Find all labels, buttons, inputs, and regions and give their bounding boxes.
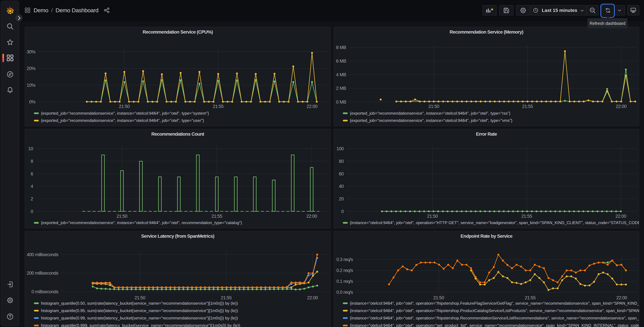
svg-text:21:50: 21:50: [117, 214, 128, 219]
svg-text:0 milliseconds: 0 milliseconds: [32, 289, 58, 294]
svg-text:80: 80: [339, 159, 344, 164]
svg-text:{exported_job="recommendations: {exported_job="recommendationservice", i…: [41, 118, 204, 123]
svg-text:21:55: 21:55: [521, 214, 532, 219]
svg-text:22:00: 22:00: [616, 214, 626, 219]
svg-text:8 MB: 8 MB: [336, 45, 346, 50]
svg-text:21:50: 21:50: [134, 295, 145, 300]
svg-text:22:00: 22:00: [306, 214, 317, 219]
svg-text:21:50: 21:50: [428, 104, 439, 109]
svg-text:{instance="otelcol:9464", job=: {instance="otelcol:9464", job="otel", op…: [350, 220, 639, 225]
svg-text:2 MB: 2 MB: [336, 86, 346, 91]
svg-text:{instance="otelcol:9464", job=: {instance="otelcol:9464", job="otel", op…: [350, 301, 639, 306]
svg-text:10: 10: [28, 146, 33, 151]
svg-text:0: 0: [31, 209, 33, 214]
svg-text:30%: 30%: [27, 49, 36, 54]
svg-text:4: 4: [31, 184, 33, 189]
svg-text:10%: 10%: [27, 83, 36, 88]
svg-text:21:50: 21:50: [119, 104, 130, 109]
svg-text:21:55: 21:55: [221, 295, 232, 300]
svg-text:histogram_quantile(0.95, sum(r: histogram_quantile(0.95, sum(rate(latenc…: [41, 308, 238, 313]
svg-text:40: 40: [339, 184, 344, 189]
svg-text:0.2 req/s: 0.2 req/s: [336, 268, 353, 273]
svg-text:21:50: 21:50: [433, 295, 444, 300]
svg-text:21:50: 21:50: [427, 214, 438, 219]
svg-text:{exported_job="recommendations: {exported_job="recommendationservice", i…: [41, 220, 242, 225]
svg-text:100: 100: [336, 146, 344, 151]
svg-text:4 MB: 4 MB: [336, 72, 346, 77]
svg-text:{exported_job="recommendations: {exported_job="recommendationservice", i…: [41, 111, 209, 116]
svg-text:21:55: 21:55: [212, 214, 222, 219]
svg-text:20%: 20%: [27, 66, 36, 71]
svg-text:{exported_job="recommendations: {exported_job="recommendationservice", i…: [350, 118, 512, 123]
svg-text:400 milliseconds: 400 milliseconds: [27, 252, 58, 257]
svg-text:22:00: 22:00: [307, 295, 318, 300]
svg-text:0.3 req/s: 0.3 req/s: [336, 257, 353, 262]
svg-text:histogram_quantile(0.50, sum(r: histogram_quantile(0.50, sum(rate(latenc…: [41, 301, 238, 306]
svg-text:21:55: 21:55: [522, 104, 533, 109]
svg-text:8: 8: [31, 159, 33, 164]
svg-text:0.1 req/s: 0.1 req/s: [336, 279, 353, 284]
svg-text:22:00: 22:00: [616, 295, 627, 300]
svg-text:0: 0: [341, 209, 344, 214]
svg-text:21:55: 21:55: [213, 104, 224, 109]
svg-text:0 MB: 0 MB: [336, 100, 346, 104]
svg-text:20: 20: [339, 196, 344, 202]
svg-text:histogram_quantile(0.99, sum(r: histogram_quantile(0.99, sum(rate(latenc…: [41, 316, 238, 320]
svg-text:{instance="otelcol:9464", job=: {instance="otelcol:9464", job="otel", op…: [350, 323, 639, 327]
svg-text:{instance="otelcol:9464", job=: {instance="otelcol:9464", job="otel", op…: [350, 308, 639, 313]
svg-text:0.0 req/s: 0.0 req/s: [336, 290, 353, 295]
svg-text:histogram_quantile(0.999, sum(: histogram_quantile(0.999, sum(rate(laten…: [41, 323, 240, 327]
svg-text:22:00: 22:00: [616, 104, 626, 109]
svg-text:60: 60: [339, 172, 344, 176]
svg-text:22:00: 22:00: [307, 104, 318, 109]
svg-text:0%: 0%: [29, 100, 36, 104]
svg-text:2: 2: [31, 196, 33, 202]
svg-text:200 milliseconds: 200 milliseconds: [27, 270, 58, 276]
svg-text:{instance="otelcol:9464", job=: {instance="otelcol:9464", job="otel", op…: [350, 316, 639, 320]
svg-text:6 MB: 6 MB: [336, 58, 346, 64]
svg-text:{exported_job="recommendations: {exported_job="recommendationservice", i…: [350, 111, 510, 116]
svg-text:21:55: 21:55: [525, 295, 536, 300]
svg-text:6: 6: [31, 172, 33, 176]
